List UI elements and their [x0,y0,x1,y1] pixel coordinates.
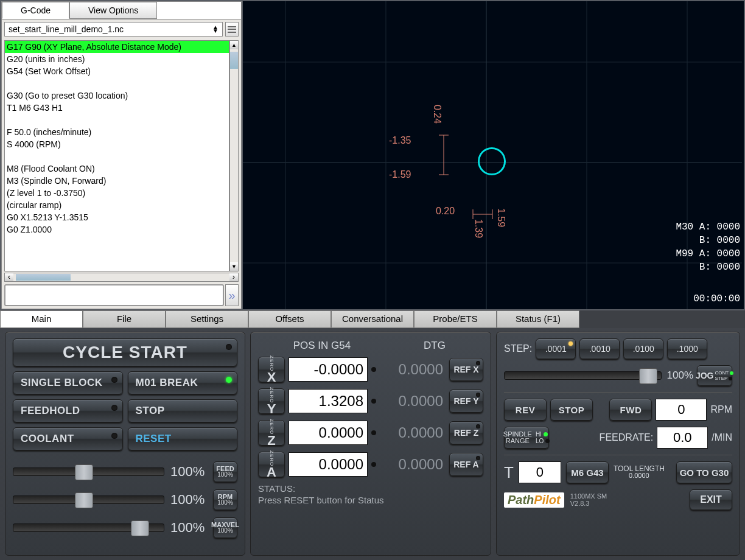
main-tab-settings[interactable]: Settings [166,310,248,328]
jog-speed-slider[interactable] [504,371,662,380]
jog-mode-button[interactable]: JOG CONT STEP [697,365,732,386]
main-tab-file[interactable]: File [83,310,166,328]
gcode-line[interactable]: G17 G90 (XY Plane, Absolute Distance Mod… [5,41,229,53]
updown-icon: ▲▼ [212,26,219,33]
mdi-input[interactable] [4,284,224,306]
feedhold-button[interactable]: FEEDHOLD [13,399,123,422]
ref-y-button[interactable]: REF Y [449,390,483,413]
dtg-header: DTG [386,340,483,352]
vp-stat-2: M99 A: 0000 [676,248,740,259]
zero-y-button[interactable]: ZEROY [258,388,285,414]
status-label: STATUS: [258,483,483,494]
zero-a-button[interactable]: ZEROA [258,452,285,477]
tool-input[interactable]: 0 [519,461,561,483]
vp-dim-a: 0.24 [432,105,442,124]
gcode-line[interactable]: (circular ramp) [5,199,229,211]
menu-button[interactable] [225,22,239,37]
pos-y-input[interactable]: 1.3208 [289,389,368,413]
vp-dim-b: -1.35 [389,135,411,146]
maxvel-100-button[interactable]: MAXVEL100% [213,517,237,538]
mdi-go-button[interactable]: » [225,284,239,306]
cycle-start-button[interactable]: CYCLE START [13,338,237,366]
feedrate-input[interactable]: 0.0 [657,427,708,449]
coolant-button[interactable]: COOLANT [13,427,123,450]
gcode-line[interactable]: G0 Z1.0000 [5,223,229,236]
spindle-range-button[interactable]: SPINDLE RANGE HI LO [504,427,549,449]
feed-override-slider[interactable] [13,467,164,476]
dtg-z: 0.0000 [380,424,446,441]
step-label: STEP: [504,343,532,354]
pos-led-icon [371,399,376,404]
feedrate-unit: /MIN [712,432,732,443]
file-selector[interactable]: set_start_line_mill_demo_1.nc ▲▼ [4,22,223,37]
maxvel-override-slider[interactable] [13,523,164,532]
vertical-scrollbar[interactable]: ▲▼ [229,40,239,271]
dtg-x: 0.0000 [380,361,446,378]
go-to-g30-button[interactable]: GO TO G30 [676,461,732,483]
ref-x-button[interactable]: REF X [449,358,483,381]
gcode-line[interactable]: G30 (Go to preset G30 location) [5,89,229,102]
pos-a-input[interactable]: 0.0000 [289,452,368,477]
ref-a-button[interactable]: REF A [449,453,483,476]
horizontal-scrollbar[interactable]: ‹› [4,273,239,282]
pos-header: POS IN G54 [258,340,386,352]
main-nav-tabs: MainFileSettingsOffsetsConversationalPro… [0,310,745,328]
vp-dim-f: 1.59 [495,208,506,227]
gcode-line[interactable] [5,114,229,126]
pos-led-icon [371,430,376,435]
gcode-line[interactable] [5,77,229,89]
gcode-line[interactable]: G20 (units in inches) [5,53,229,65]
spindle-fwd-button[interactable]: FWD [609,399,652,421]
spindle-rev-button[interactable]: REV [504,399,547,421]
gcode-line[interactable]: F 50.0 (inches/minute) [5,126,229,138]
gcode-line[interactable]: (Z level 1 to -0.3750) [5,187,229,199]
pos-x-input[interactable]: -0.0000 [289,357,368,382]
stop-button[interactable]: STOP [128,399,238,422]
rpm-100-button[interactable]: RPM100% [213,489,237,510]
gcode-line[interactable]: M8 (Flood Coolant ON) [5,163,229,175]
gcode-line[interactable]: M3 (Spindle ON, Forward) [5,175,229,187]
version-text: 1100MX SMV2.8.3 [570,492,607,507]
maxvel-pct: 100% [170,520,207,536]
vp-stat-1: B: 0000 [699,235,740,246]
tab-view-options[interactable]: View Options [69,2,157,19]
zero-x-button[interactable]: ZEROX [258,357,285,382]
zero-z-button[interactable]: ZEROZ [258,420,285,446]
step-1000-button[interactable]: .1000 [667,338,707,359]
vp-dim-c: -1.59 [389,169,411,180]
rpm-override-slider[interactable] [13,495,164,504]
main-tab-status-f1-[interactable]: Status (F1) [497,310,579,328]
file-name: set_start_line_mill_demo_1.nc [9,24,124,34]
gcode-line[interactable]: T1 M6 G43 H1 [5,102,229,114]
feed-pct: 100% [170,464,207,480]
gcode-line[interactable]: G54 (Set Work Offset) [5,65,229,77]
rpm-input[interactable]: 0 [656,399,707,421]
vp-dim-d: 0.20 [436,206,455,217]
pos-z-input[interactable]: 0.0000 [289,421,368,445]
vp-stat-0: M30 A: 0000 [676,222,740,233]
ref-z-button[interactable]: REF Z [449,421,483,444]
feed-100-button[interactable]: FEED100% [213,461,237,482]
toolpath-viewport[interactable]: 0.24 -1.35 -1.59 0.20 1.39 1.59 M30 A: 0… [243,1,744,309]
main-tab-conversational[interactable]: Conversational [331,310,414,328]
spindle-stop-button[interactable]: STOP [550,399,593,421]
main-tab-offsets[interactable]: Offsets [248,310,331,328]
tool-label: T [504,463,514,482]
gcode-line[interactable]: G0 X1.5213 Y-1.3515 [5,211,229,223]
pos-led-icon [371,462,376,467]
step-0100-button[interactable]: .0100 [623,338,663,359]
gcode-line[interactable]: S 4000 (RPM) [5,138,229,150]
exit-button[interactable]: EXIT [690,489,732,510]
reset-button[interactable]: RESET [128,427,238,450]
step-0010-button[interactable]: .0010 [579,338,620,359]
m6-g43-button[interactable]: M6 G43 [566,461,609,483]
gcode-listing[interactable]: G17 G90 (XY Plane, Absolute Distance Mod… [4,40,229,271]
vp-stat-3: B: 0000 [699,262,740,273]
m01-break-button[interactable]: M01 BREAK [128,371,238,394]
main-tab-main[interactable]: Main [0,310,83,328]
single-block-button[interactable]: SINGLE BLOCK [13,371,123,394]
gcode-line[interactable] [5,150,229,163]
tab-gcode[interactable]: G-Code [2,2,69,19]
step-0001-button[interactable]: .0001 [536,338,576,359]
main-tab-probe-ets[interactable]: Probe/ETS [414,310,497,328]
